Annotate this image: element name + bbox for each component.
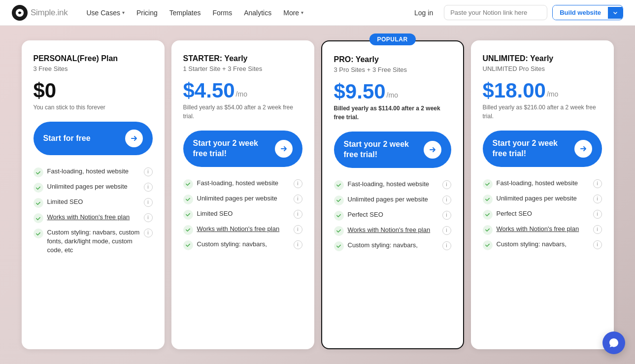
plan-name-pro: PRO: Yearly (334, 55, 451, 64)
info-icon[interactable]: i (294, 240, 302, 249)
navbar: Simple.ink Use Cases ▾ Pricing Templates… (0, 0, 635, 26)
feature-text: Custom styling: navbars, (197, 240, 290, 249)
info-icon[interactable]: i (442, 196, 451, 204)
info-icon[interactable]: i (442, 241, 451, 250)
features-list-starter: Fast-loading, hosted website i Unlimited… (183, 179, 302, 250)
check-icon (183, 225, 193, 235)
plan-name-starter: STARTER: Yearly (183, 54, 302, 63)
nav-links: Use Cases ▾ Pricing Templates Forms Anal… (81, 6, 408, 20)
check-icon (483, 225, 493, 235)
nav-more[interactable]: More ▾ (278, 6, 308, 20)
price-row-pro: $9.50 /mo (334, 81, 451, 102)
info-icon[interactable]: i (442, 180, 451, 189)
feature-text: Custom styling: navbars, (348, 241, 438, 250)
check-icon (483, 210, 493, 220)
feature-item: Unlimited pages per website i (334, 195, 451, 205)
card-starter: STARTER: Yearly 1 Starter Site + 3 Free … (171, 40, 314, 349)
features-list-pro: Fast-loading, hosted website i Unlimited… (334, 180, 451, 251)
feature-item: Custom styling: navbars, i (334, 241, 451, 251)
feature-item: Unlimited pages per website i (33, 182, 153, 193)
features-list-personal: Fast-loading, hosted website i Unlimited… (33, 167, 153, 255)
check-icon (33, 183, 43, 193)
feature-item: Fast-loading, hosted website i (483, 179, 602, 189)
feature-item: Unlimited pages per website i (183, 194, 302, 204)
price-mo-starter: /mo (236, 90, 247, 98)
info-icon[interactable]: i (593, 179, 602, 188)
chat-icon (608, 337, 619, 348)
check-icon (334, 226, 344, 236)
feature-item: Fast-loading, hosted website i (334, 180, 451, 190)
plan-name-unlimited: UNLIMITED: Yearly (483, 54, 602, 63)
info-icon[interactable]: i (442, 211, 451, 220)
cta-button-starter[interactable]: Start your 2 week free trial! (183, 131, 302, 167)
feature-item: Fast-loading, hosted website i (33, 167, 153, 177)
info-icon[interactable]: i (593, 240, 602, 249)
price-billed-pro: Billed yearly as $114.00 after a 2 week … (334, 104, 451, 122)
check-icon (33, 229, 43, 238)
cta-arrow-icon (574, 140, 592, 158)
feature-text: Custom styling: navbars, (497, 240, 589, 249)
login-button[interactable]: Log in (408, 6, 439, 20)
chat-bubble-button[interactable] (602, 331, 625, 354)
feature-item: Perfect SEO i (334, 210, 451, 221)
nav-use-cases[interactable]: Use Cases ▾ (81, 6, 129, 20)
feature-text: Unlimited pages per website (47, 182, 140, 191)
check-icon (334, 211, 344, 221)
cta-button-unlimited[interactable]: Start your 2 week free trial! (483, 131, 602, 167)
logo[interactable]: Simple.ink (12, 5, 67, 21)
info-icon[interactable]: i (294, 225, 302, 234)
chevron-down-icon: ▾ (122, 10, 125, 15)
check-icon (183, 210, 193, 220)
check-icon (483, 195, 493, 204)
cta-button-pro[interactable]: Start your 2 week free trial! (334, 132, 451, 168)
feature-item: Fast-loading, hosted website i (183, 179, 302, 189)
build-website-button[interactable]: Build website (553, 5, 608, 20)
build-website-arrow-button[interactable] (608, 7, 623, 19)
cta-button-personal[interactable]: Start for free (33, 122, 153, 155)
price-billed-unlimited: Billed yearly as $216.00 after a 2 week … (483, 103, 602, 121)
plan-subtitle-personal: 3 Free Sites (33, 65, 153, 72)
info-icon[interactable]: i (294, 179, 302, 188)
plan-subtitle-unlimited: UNLIMITED Pro Sites (483, 65, 602, 72)
info-icon[interactable]: i (144, 229, 153, 237)
info-icon[interactable]: i (144, 213, 153, 222)
feature-text: Limited SEO (197, 209, 290, 218)
check-icon (483, 179, 493, 189)
check-icon (334, 180, 344, 190)
notion-link-input[interactable] (444, 5, 547, 20)
info-icon[interactable]: i (144, 198, 153, 207)
logo-text: Simple.ink (31, 8, 67, 18)
info-icon[interactable]: i (593, 225, 602, 234)
feature-text: Works with Notion's free plan (497, 225, 589, 233)
features-list-unlimited: Fast-loading, hosted website i Unlimited… (483, 179, 602, 250)
price-billed-personal: You can stick to this forever (33, 103, 153, 112)
feature-item: Custom styling: navbars, i (483, 240, 602, 250)
info-icon[interactable]: i (593, 195, 602, 203)
check-icon (183, 195, 193, 204)
info-icon[interactable]: i (294, 195, 302, 203)
info-icon[interactable]: i (144, 183, 153, 192)
feature-item: Limited SEO i (33, 198, 153, 208)
check-icon (33, 167, 43, 177)
plan-subtitle-pro: 3 Pro Sites + 3 Free Sites (334, 66, 451, 73)
info-icon[interactable]: i (593, 210, 602, 219)
info-icon[interactable]: i (294, 210, 302, 219)
feature-item: Works with Notion's free plan i (483, 225, 602, 235)
chevron-down-icon (613, 10, 618, 15)
logo-icon (12, 5, 28, 21)
feature-text: Unlimited pages per website (197, 194, 290, 203)
feature-text: Unlimited pages per website (348, 195, 438, 204)
nav-analytics[interactable]: Analytics (239, 6, 276, 20)
build-website-button-wrap: Build website (552, 5, 623, 20)
price-amount-personal: $0 (33, 80, 57, 101)
nav-templates[interactable]: Templates (165, 6, 206, 20)
check-icon (183, 179, 193, 189)
price-amount-pro: $9.50 (334, 81, 386, 102)
info-icon[interactable]: i (144, 167, 153, 176)
feature-item: Works with Notion's free plan i (334, 226, 451, 236)
check-icon (334, 196, 344, 205)
nav-pricing[interactable]: Pricing (132, 6, 163, 20)
nav-forms[interactable]: Forms (208, 6, 237, 20)
chevron-down-icon: ▾ (301, 10, 303, 15)
info-icon[interactable]: i (442, 226, 451, 235)
